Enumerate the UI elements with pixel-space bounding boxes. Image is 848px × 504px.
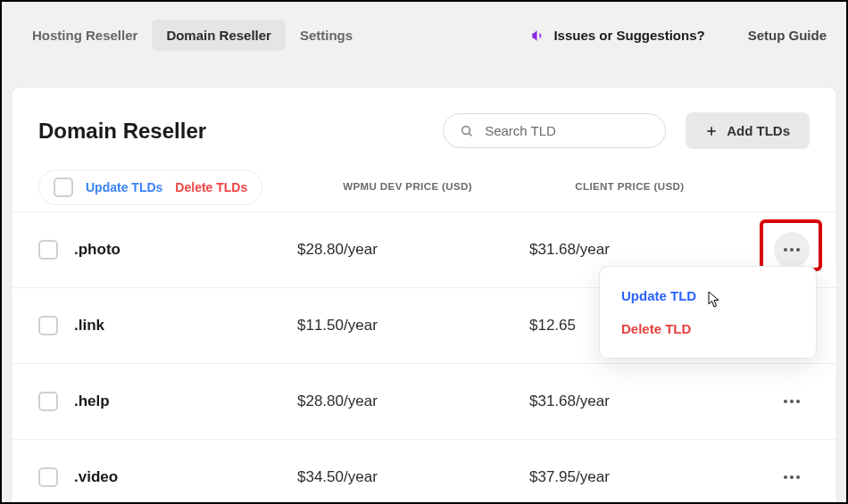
table-row: .help $28.80/year $31.68/year	[12, 363, 836, 439]
search-icon	[460, 124, 474, 138]
table-row: .photo $28.80/year $31.68/year Update TL…	[12, 211, 836, 287]
client-price: $37.95/year	[529, 468, 744, 486]
bulk-update-button[interactable]: Update TLDs	[86, 180, 162, 194]
row-checkbox[interactable]	[38, 392, 58, 411]
row-actions-button[interactable]	[774, 232, 810, 268]
wpmu-price: $11.50/year	[297, 317, 529, 335]
row-checkbox[interactable]	[38, 240, 58, 260]
row-checkbox[interactable]	[38, 316, 58, 335]
svg-point-5	[790, 248, 794, 252]
tab-settings[interactable]: Settings	[286, 20, 367, 51]
add-tld-label: Add TLDs	[727, 123, 790, 138]
select-all-checkbox[interactable]	[54, 178, 73, 197]
client-price: $31.68/year	[529, 241, 744, 259]
row-actions-button[interactable]	[774, 384, 810, 419]
column-headers: WPMU DEV PRICE (USD) CLIENT PRICE (USD)	[289, 169, 816, 206]
svg-point-0	[462, 126, 470, 134]
row-checkbox[interactable]	[38, 467, 58, 487]
tld-name: .video	[74, 468, 118, 486]
tld-name: .link	[74, 317, 104, 335]
wpmu-price: $34.50/year	[297, 468, 529, 486]
more-icon	[783, 475, 801, 480]
panel-header: Domain Reseller Add TLDs	[12, 87, 836, 169]
svg-point-13	[784, 475, 787, 479]
svg-point-10	[784, 400, 787, 403]
svg-point-11	[790, 400, 794, 403]
tld-name: .help	[74, 392, 110, 410]
svg-point-14	[790, 475, 794, 479]
setup-guide-link[interactable]: Setup Guide	[744, 22, 830, 48]
wpmu-price: $28.80/year	[297, 241, 529, 259]
tab-domain-reseller[interactable]: Domain Reseller	[152, 20, 286, 51]
search-field[interactable]	[443, 113, 666, 148]
menu-delete-tld[interactable]: Delete TLD	[600, 312, 816, 345]
top-bar: Hosting Reseller Domain Reseller Setting…	[2, 2, 846, 87]
megaphone-icon	[530, 28, 546, 44]
main-panel: Domain Reseller Add TLDs Update TLDs Del…	[11, 87, 837, 504]
svg-line-1	[469, 133, 471, 136]
bulk-pill: Update TLDs Delete TLDs	[38, 169, 262, 205]
page-title: Domain Reseller	[38, 119, 206, 144]
more-icon	[783, 247, 801, 252]
svg-point-6	[796, 248, 800, 252]
svg-point-15	[796, 475, 800, 479]
row-actions-menu: Update TLD Delete TLD	[599, 266, 817, 359]
client-price: $31.68/year	[529, 392, 744, 410]
plus-icon	[705, 125, 718, 137]
bulk-actions: Update TLDs Delete TLDs	[12, 169, 289, 205]
nav-tabs: Hosting Reseller Domain Reseller Setting…	[18, 20, 367, 51]
more-icon	[783, 399, 801, 404]
svg-point-12	[796, 400, 800, 403]
bulk-delete-button[interactable]: Delete TLDs	[175, 180, 247, 194]
wpmu-price: $28.80/year	[297, 392, 529, 410]
table-row: .video $34.50/year $37.95/year	[12, 439, 836, 504]
cursor-icon	[708, 291, 722, 309]
column-header-wpmu-price: WPMU DEV PRICE (USD)	[343, 181, 575, 192]
add-tld-button[interactable]: Add TLDs	[686, 112, 810, 149]
search-input[interactable]	[485, 123, 649, 138]
issues-link[interactable]: Issues or Suggestions?	[521, 22, 713, 49]
tld-name: .photo	[74, 241, 121, 259]
svg-point-4	[784, 248, 787, 252]
tab-hosting-reseller[interactable]: Hosting Reseller	[18, 20, 152, 51]
issues-label: Issues or Suggestions?	[553, 28, 704, 43]
row-actions-button[interactable]	[774, 459, 810, 495]
column-header-client-price: CLIENT PRICE (USD)	[575, 181, 789, 192]
